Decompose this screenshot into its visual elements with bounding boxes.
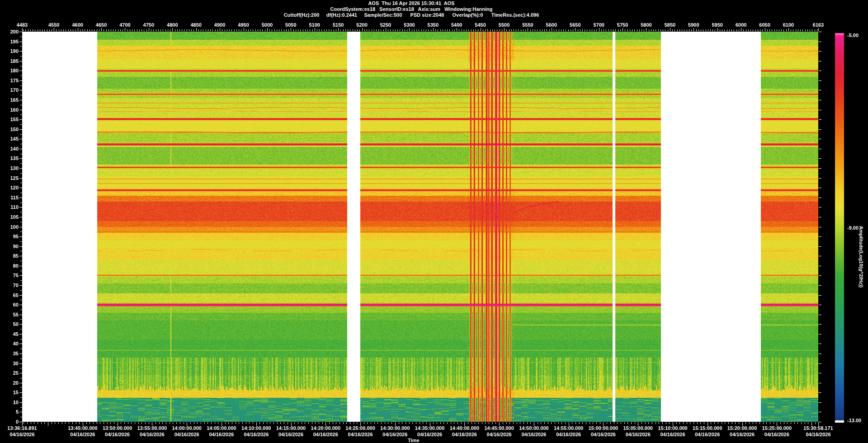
top-axis-label: 4600	[72, 22, 83, 28]
time-tick-label: 14:10:00.000	[241, 425, 271, 431]
time-tick-date: 04/16/2026	[521, 432, 546, 437]
time-tick-label: 15:20:00.000	[727, 425, 757, 431]
top-axis-label: 5950	[712, 22, 722, 28]
freq-axis-label: 155	[0, 117, 19, 122]
time-tick-label: 14:45:00.000	[484, 425, 514, 431]
time-tick-label: 14:05:00.000	[207, 425, 236, 431]
freq-axis-label: 65	[0, 292, 19, 298]
time-tick-label: 14:35:00.000	[415, 425, 444, 431]
time-tick-date: 04/16/2026	[626, 432, 651, 437]
header-line-2: CoordSystem:es18 SensorID:es18 Axis:sum …	[0, 6, 823, 12]
top-axis-label: 5500	[499, 22, 509, 28]
time-tick-date: 04/16/2026	[487, 432, 512, 437]
time-tick-date: 04/16/2026	[417, 432, 442, 437]
top-axis-label: 5000	[262, 22, 273, 28]
time-tick-date: 04/16/2026	[244, 432, 269, 437]
freq-axis-label: 125	[0, 175, 19, 181]
freq-axis-label: 135	[0, 156, 19, 161]
freq-axis-label: 75	[0, 273, 19, 278]
spectrogram-plot[interactable]	[0, 0, 868, 443]
time-tick-date: 04/16/2026	[764, 432, 789, 437]
header-line-1: AOS Thu 16 Apr 2026 15:30:41 AOS	[0, 0, 823, 6]
top-axis-label: 5050	[285, 22, 296, 28]
top-axis-label: 5250	[380, 22, 391, 28]
freq-axis-label: 120	[0, 185, 19, 190]
time-tick-date: 04/16/2026	[556, 432, 581, 437]
time-tick-label: 15:25:00.000	[762, 425, 792, 431]
freq-axis-label: 0	[0, 419, 19, 424]
freq-axis-label: 115	[0, 195, 19, 200]
colorbar-mid-label: -9.00	[847, 225, 859, 231]
freq-axis-label: 50	[0, 321, 19, 327]
freq-axis-label: 100	[0, 224, 19, 230]
freq-axis-label: 165	[0, 97, 19, 103]
time-tick-label: 15:10:00.000	[658, 425, 687, 431]
top-axis-label: 5650	[570, 22, 580, 28]
top-axis-label: 4950	[238, 22, 249, 28]
time-axis-title: Time	[408, 438, 419, 443]
time-tick-label: 15:30:58.171	[803, 425, 833, 431]
time-tick-label: 14:55:00.000	[554, 425, 583, 431]
freq-axis-label: 10	[0, 400, 19, 405]
time-tick-date: 04/16/2026	[382, 432, 407, 437]
top-axis-label: 4650	[96, 22, 107, 28]
time-tick-date: 04/16/2026	[806, 432, 830, 437]
top-axis-label: 4900	[214, 22, 225, 28]
top-axis-label: 5600	[546, 22, 557, 28]
top-axis-label: 5550	[522, 22, 533, 28]
time-tick-date: 04/16/2026	[313, 432, 338, 437]
freq-axis-label: 90	[0, 244, 19, 249]
top-axis-label: 6100	[783, 22, 794, 28]
freq-axis-label: 15	[0, 390, 19, 395]
time-tick-label: 15:05:00.000	[623, 425, 653, 431]
freq-axis-label: 95	[0, 234, 19, 239]
top-axis-label: 4750	[143, 22, 154, 28]
freq-axis-label: 55	[0, 312, 19, 317]
time-tick-date: 04/16/2026	[9, 432, 34, 437]
amplitude-axis-label: Amplitude(Log10(g^2/Hz))	[859, 226, 864, 288]
time-tick-date: 04/16/2026	[140, 432, 165, 437]
top-axis-label: 6050	[759, 22, 770, 28]
freq-axis-label: 185	[0, 58, 19, 64]
header: AOS Thu 16 Apr 2026 15:30:41 AOS CoordSy…	[0, 0, 823, 18]
freq-axis-label: 200	[0, 29, 19, 34]
time-tick-label: 14:25:00.000	[345, 425, 375, 431]
time-tick-label: 14:00:00.000	[172, 425, 201, 431]
top-axis-label: 5200	[356, 22, 367, 28]
top-axis-label: 5350	[428, 22, 439, 28]
top-axis-label: 5750	[617, 22, 628, 28]
freq-axis-label: 5	[0, 409, 19, 415]
top-axis-label: 5850	[665, 22, 675, 28]
time-tick-label: 14:40:00.000	[450, 425, 479, 431]
freq-axis-label: 195	[0, 39, 19, 44]
freq-axis-label: 190	[0, 48, 19, 54]
freq-axis-label: 60	[0, 302, 19, 307]
time-tick-label: 13:36:16.891	[7, 425, 37, 431]
colorbar-min-label: -13.00	[847, 418, 861, 423]
time-tick-date: 04/16/2026	[70, 432, 95, 437]
freq-axis-label: 25	[0, 370, 19, 376]
aos-spectrogram-app: AOS Thu 16 Apr 2026 15:30:41 AOS CoordSy…	[0, 0, 868, 443]
freq-axis-label: 180	[0, 68, 19, 73]
top-axis-label: 5100	[309, 22, 320, 28]
time-tick-date: 04/16/2026	[209, 432, 234, 437]
time-tick-label: 14:15:00.000	[276, 425, 306, 431]
freq-axis-label: 40	[0, 341, 19, 346]
top-axis-label: 5800	[641, 22, 651, 28]
freq-axis-label: 45	[0, 331, 19, 337]
top-axis-label: 5300	[404, 22, 415, 28]
top-axis-label: 6163	[813, 22, 824, 28]
time-tick-date: 04/16/2026	[660, 432, 685, 437]
time-tick-date: 04/16/2026	[452, 432, 477, 437]
time-tick-date: 04/16/2026	[695, 432, 720, 437]
top-axis-label: 4483	[17, 22, 28, 28]
time-tick-date: 04/16/2026	[278, 432, 303, 437]
freq-axis-label: 170	[0, 87, 19, 93]
freq-axis-label: 30	[0, 361, 19, 366]
time-tick-date: 04/16/2026	[730, 432, 755, 437]
time-tick-date: 04/16/2026	[591, 432, 616, 437]
freq-axis-label: 85	[0, 253, 19, 259]
time-tick-label: 13:55:00.000	[137, 425, 167, 431]
freq-axis-label: 130	[0, 165, 19, 171]
time-tick-label: 14:30:00.000	[380, 425, 410, 431]
